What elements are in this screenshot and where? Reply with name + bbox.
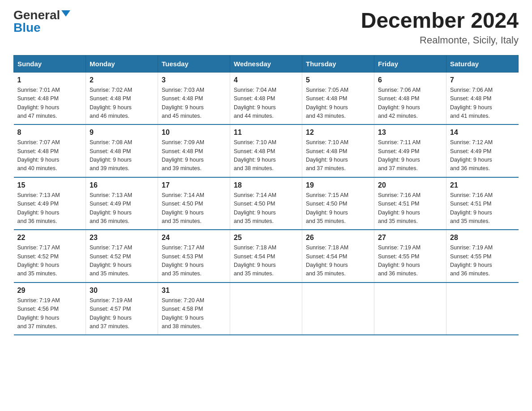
day-info: Sunrise: 7:13 AM Sunset: 4:49 PM Dayligh… (90, 191, 154, 226)
calendar-cell (302, 283, 374, 335)
day-info: Sunrise: 7:15 AM Sunset: 4:50 PM Dayligh… (306, 191, 370, 226)
day-info: Sunrise: 7:19 AM Sunset: 4:55 PM Dayligh… (450, 244, 515, 278)
logo-general-text: General (13, 9, 60, 21)
day-info: Sunrise: 7:09 AM Sunset: 4:48 PM Dayligh… (162, 138, 226, 173)
page-header: General Blue December 2024 Realmonte, Si… (13, 9, 519, 46)
day-number: 26 (306, 234, 370, 242)
day-info: Sunrise: 7:16 AM Sunset: 4:51 PM Dayligh… (450, 191, 515, 226)
day-number: 18 (234, 181, 298, 189)
month-title: December 2024 (361, 9, 519, 33)
day-number: 21 (450, 181, 515, 189)
day-info: Sunrise: 7:19 AM Sunset: 4:56 PM Dayligh… (17, 296, 82, 331)
day-info: Sunrise: 7:18 AM Sunset: 4:54 PM Dayligh… (306, 244, 370, 278)
calendar-cell: 17 Sunrise: 7:14 AM Sunset: 4:50 PM Dayl… (158, 177, 230, 230)
day-info: Sunrise: 7:05 AM Sunset: 4:48 PM Dayligh… (306, 86, 370, 121)
day-number: 17 (162, 181, 226, 189)
day-info: Sunrise: 7:17 AM Sunset: 4:52 PM Dayligh… (17, 244, 82, 278)
calendar-table: Sunday Monday Tuesday Wednesday Thursday… (13, 55, 519, 336)
calendar-week-1: 1 Sunrise: 7:01 AM Sunset: 4:48 PM Dayli… (14, 72, 519, 124)
calendar-cell: 22 Sunrise: 7:17 AM Sunset: 4:52 PM Dayl… (14, 230, 86, 283)
day-number: 23 (90, 234, 154, 242)
calendar-cell (446, 283, 519, 335)
day-number: 4 (234, 76, 298, 84)
col-thursday: Thursday (302, 55, 374, 72)
day-number: 29 (17, 287, 82, 295)
day-info: Sunrise: 7:17 AM Sunset: 4:53 PM Dayligh… (162, 244, 226, 278)
day-number: 6 (378, 76, 442, 84)
calendar-cell: 15 Sunrise: 7:13 AM Sunset: 4:49 PM Dayl… (14, 177, 86, 230)
day-info: Sunrise: 7:19 AM Sunset: 4:57 PM Dayligh… (90, 296, 154, 331)
calendar-cell (230, 283, 302, 335)
col-monday: Monday (86, 55, 158, 72)
calendar-cell (374, 283, 446, 335)
day-info: Sunrise: 7:06 AM Sunset: 4:48 PM Dayligh… (450, 86, 515, 121)
day-info: Sunrise: 7:03 AM Sunset: 4:48 PM Dayligh… (162, 86, 226, 121)
calendar-cell: 1 Sunrise: 7:01 AM Sunset: 4:48 PM Dayli… (14, 72, 86, 124)
calendar-cell: 26 Sunrise: 7:18 AM Sunset: 4:54 PM Dayl… (302, 230, 374, 283)
calendar-week-5: 29 Sunrise: 7:19 AM Sunset: 4:56 PM Dayl… (14, 283, 519, 335)
calendar-cell: 6 Sunrise: 7:06 AM Sunset: 4:48 PM Dayli… (374, 72, 446, 124)
calendar-cell: 11 Sunrise: 7:10 AM Sunset: 4:48 PM Dayl… (230, 124, 302, 177)
day-number: 25 (234, 234, 298, 242)
day-number: 16 (90, 181, 154, 189)
title-block: December 2024 Realmonte, Sicily, Italy (361, 9, 519, 46)
calendar-cell: 25 Sunrise: 7:18 AM Sunset: 4:54 PM Dayl… (230, 230, 302, 283)
day-number: 13 (378, 128, 442, 137)
day-info: Sunrise: 7:07 AM Sunset: 4:48 PM Dayligh… (17, 138, 82, 173)
day-info: Sunrise: 7:06 AM Sunset: 4:48 PM Dayligh… (378, 86, 442, 121)
day-info: Sunrise: 7:18 AM Sunset: 4:54 PM Dayligh… (234, 244, 298, 278)
calendar-cell: 4 Sunrise: 7:04 AM Sunset: 4:48 PM Dayli… (230, 72, 302, 124)
day-number: 30 (90, 287, 154, 295)
col-saturday: Saturday (446, 55, 519, 72)
day-number: 10 (162, 128, 226, 137)
calendar-cell: 3 Sunrise: 7:03 AM Sunset: 4:48 PM Dayli… (158, 72, 230, 124)
calendar-cell: 24 Sunrise: 7:17 AM Sunset: 4:53 PM Dayl… (158, 230, 230, 283)
calendar-cell: 9 Sunrise: 7:08 AM Sunset: 4:48 PM Dayli… (86, 124, 158, 177)
day-info: Sunrise: 7:16 AM Sunset: 4:51 PM Dayligh… (378, 191, 442, 226)
col-friday: Friday (374, 55, 446, 72)
calendar-cell: 19 Sunrise: 7:15 AM Sunset: 4:50 PM Dayl… (302, 177, 374, 230)
logo-triangle-icon (61, 10, 70, 17)
calendar-cell: 2 Sunrise: 7:02 AM Sunset: 4:48 PM Dayli… (86, 72, 158, 124)
day-info: Sunrise: 7:14 AM Sunset: 4:50 PM Dayligh… (162, 191, 226, 226)
calendar-cell: 30 Sunrise: 7:19 AM Sunset: 4:57 PM Dayl… (86, 283, 158, 335)
calendar-cell: 18 Sunrise: 7:14 AM Sunset: 4:50 PM Dayl… (230, 177, 302, 230)
calendar-cell: 7 Sunrise: 7:06 AM Sunset: 4:48 PM Dayli… (446, 72, 519, 124)
day-number: 22 (17, 234, 82, 242)
logo-blue-text: Blue (13, 21, 41, 34)
day-number: 1 (17, 76, 82, 84)
day-number: 11 (234, 128, 298, 137)
day-number: 7 (450, 76, 515, 84)
day-info: Sunrise: 7:01 AM Sunset: 4:48 PM Dayligh… (17, 86, 82, 121)
day-number: 28 (450, 234, 515, 242)
day-info: Sunrise: 7:12 AM Sunset: 4:49 PM Dayligh… (450, 138, 515, 173)
day-number: 20 (378, 181, 442, 189)
calendar-cell: 20 Sunrise: 7:16 AM Sunset: 4:51 PM Dayl… (374, 177, 446, 230)
logo: General Blue (13, 9, 70, 34)
day-number: 5 (306, 76, 370, 84)
day-number: 8 (17, 128, 82, 137)
day-info: Sunrise: 7:04 AM Sunset: 4:48 PM Dayligh… (234, 86, 298, 121)
col-wednesday: Wednesday (230, 55, 302, 72)
col-sunday: Sunday (14, 55, 86, 72)
day-info: Sunrise: 7:13 AM Sunset: 4:49 PM Dayligh… (17, 191, 82, 226)
calendar-cell: 10 Sunrise: 7:09 AM Sunset: 4:48 PM Dayl… (158, 124, 230, 177)
calendar-cell: 27 Sunrise: 7:19 AM Sunset: 4:55 PM Dayl… (374, 230, 446, 283)
calendar-week-4: 22 Sunrise: 7:17 AM Sunset: 4:52 PM Dayl… (14, 230, 519, 283)
day-number: 14 (450, 128, 515, 137)
calendar-cell: 28 Sunrise: 7:19 AM Sunset: 4:55 PM Dayl… (446, 230, 519, 283)
day-info: Sunrise: 7:11 AM Sunset: 4:49 PM Dayligh… (378, 138, 442, 173)
day-info: Sunrise: 7:08 AM Sunset: 4:48 PM Dayligh… (90, 138, 154, 173)
calendar-cell: 29 Sunrise: 7:19 AM Sunset: 4:56 PM Dayl… (14, 283, 86, 335)
day-number: 12 (306, 128, 370, 137)
day-number: 2 (90, 76, 154, 84)
day-number: 31 (162, 287, 226, 295)
calendar-cell: 14 Sunrise: 7:12 AM Sunset: 4:49 PM Dayl… (446, 124, 519, 177)
day-number: 3 (162, 76, 226, 84)
calendar-cell: 12 Sunrise: 7:10 AM Sunset: 4:48 PM Dayl… (302, 124, 374, 177)
calendar-cell: 31 Sunrise: 7:20 AM Sunset: 4:58 PM Dayl… (158, 283, 230, 335)
calendar-cell: 23 Sunrise: 7:17 AM Sunset: 4:52 PM Dayl… (86, 230, 158, 283)
col-tuesday: Tuesday (158, 55, 230, 72)
day-info: Sunrise: 7:02 AM Sunset: 4:48 PM Dayligh… (90, 86, 154, 121)
calendar-cell: 16 Sunrise: 7:13 AM Sunset: 4:49 PM Dayl… (86, 177, 158, 230)
